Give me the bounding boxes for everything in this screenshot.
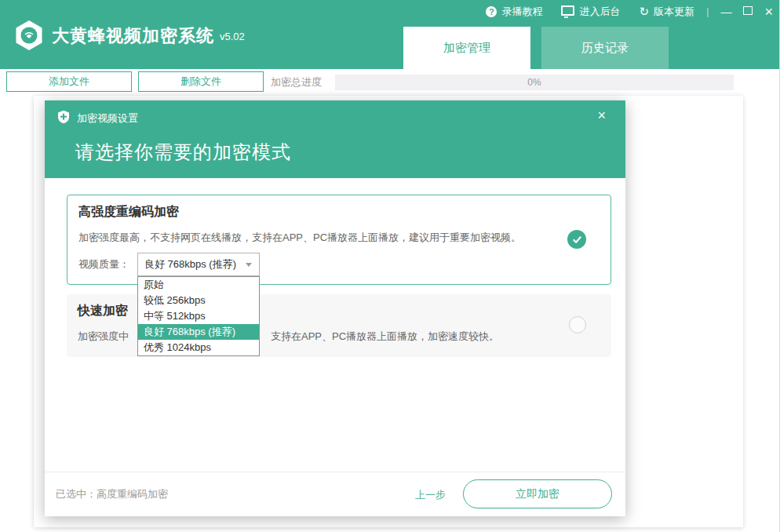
mode-fast-description-prefix: 加密强度中: [78, 330, 129, 344]
selected-mode-status: 已选中：高度重编码加密: [56, 487, 168, 501]
app-title-text: 大黄蜂视频加密系统: [52, 26, 214, 46]
video-quality-label: 视频质量：: [78, 253, 129, 276]
dialog-title: 加密视频设置: [77, 111, 138, 126]
dropdown-option-original[interactable]: 原始: [138, 277, 259, 293]
tab-encrypt-management[interactable]: 加密管理: [403, 27, 530, 69]
app-version: v5.02: [220, 31, 245, 42]
minimize-button[interactable]: —: [720, 4, 731, 20]
delete-file-button[interactable]: 删除文件: [138, 71, 264, 92]
controls-separator: |: [706, 6, 709, 17]
mode-high-selected-radio[interactable]: [567, 230, 586, 249]
menu-item-update[interactable]: ↻ 版本更新: [639, 5, 694, 19]
encrypt-now-button[interactable]: 立即加密: [463, 479, 612, 508]
menu-item-tutorial[interactable]: ? 录播教程: [486, 5, 542, 19]
top-menu: ? 录播教程 进入后台 ↻ 版本更新: [486, 4, 694, 20]
progress-label: 加密总进度: [271, 69, 322, 96]
mode-high-description: 加密强度最高，不支持网页在线播放，支持在APP、PC播放器上面播放，建议用于重要…: [78, 231, 521, 245]
tab-history[interactable]: 历史记录: [541, 27, 669, 69]
video-quality-select[interactable]: 良好 768kbps (推荐): [137, 253, 260, 276]
close-window-button[interactable]: ×: [764, 4, 773, 20]
dropdown-option-low[interactable]: 较低 256kbps: [138, 293, 259, 308]
video-quality-value: 良好 768kbps (推荐): [144, 258, 236, 270]
dialog-close-button[interactable]: ×: [597, 107, 606, 123]
mode-card-high-strength[interactable]: 高强度重编码加密 加密强度最高，不支持网页在线播放，支持在APP、PC播放器上面…: [67, 195, 611, 285]
dropdown-option-medium[interactable]: 中等 512kbps: [138, 308, 259, 324]
dropdown-option-excellent[interactable]: 优秀 1024kbps: [138, 340, 259, 355]
maximize-icon: [743, 6, 753, 15]
toolbar: 添加文件 删除文件 加密总进度 0%: [0, 69, 779, 96]
dialog-footer: 已选中：高度重编码加密 上一步 立即加密: [45, 472, 625, 516]
total-progress-bar: 0%: [335, 75, 734, 90]
menu-item-label: 录播教程: [501, 5, 542, 19]
mode-high-title: 高强度重编码加密: [78, 204, 179, 220]
refresh-icon: ↻: [639, 6, 649, 17]
maximize-button[interactable]: [743, 4, 753, 20]
check-icon: [571, 234, 583, 246]
menu-item-label: 版本更新: [654, 5, 694, 19]
dropdown-option-good[interactable]: 良好 768kbps (推荐): [138, 324, 259, 340]
dialog-header: 加密视频设置 × 请选择你需要的加密模式: [45, 100, 625, 178]
progress-value: 0%: [335, 75, 734, 90]
shield-plus-icon: [56, 110, 71, 124]
encrypt-settings-dialog: 加密视频设置 × 请选择你需要的加密模式 高强度重编码加密 加密强度最高，不支持…: [45, 100, 625, 516]
mode-fast-description-suffix: 支持在APP、PC播放器上面播放，加密速度较快。: [271, 330, 499, 344]
mode-fast-unselected-radio[interactable]: [569, 316, 586, 333]
previous-step-link[interactable]: 上一步: [415, 488, 446, 502]
menu-item-backend[interactable]: 进入后台: [561, 5, 620, 19]
app-header: 大黄蜂视频加密系统v5.02 ? 录播教程 进入后台 ↻ 版本更新 | — ×: [0, 0, 779, 69]
window-controls: | — ×: [706, 3, 773, 20]
menu-item-label: 进入后台: [579, 5, 620, 19]
help-icon: ?: [486, 6, 497, 17]
app-logo-icon: [13, 20, 45, 51]
dialog-subtitle: 请选择你需要的加密模式: [75, 140, 291, 165]
video-quality-dropdown: 原始 较低 256kbps 中等 512kbps 良好 768kbps (推荐)…: [137, 276, 260, 356]
app-title: 大黄蜂视频加密系统v5.02: [52, 24, 245, 48]
tab-bar: 加密管理 历史记录: [403, 27, 669, 69]
mode-fast-title: 快速加密: [78, 303, 128, 319]
app-window: 大黄蜂视频加密系统v5.02 ? 录播教程 进入后台 ↻ 版本更新 | — ×: [0, 0, 780, 532]
add-file-button[interactable]: 添加文件: [6, 71, 132, 92]
chevron-down-icon: [246, 263, 252, 267]
monitor-icon: [561, 5, 574, 16]
